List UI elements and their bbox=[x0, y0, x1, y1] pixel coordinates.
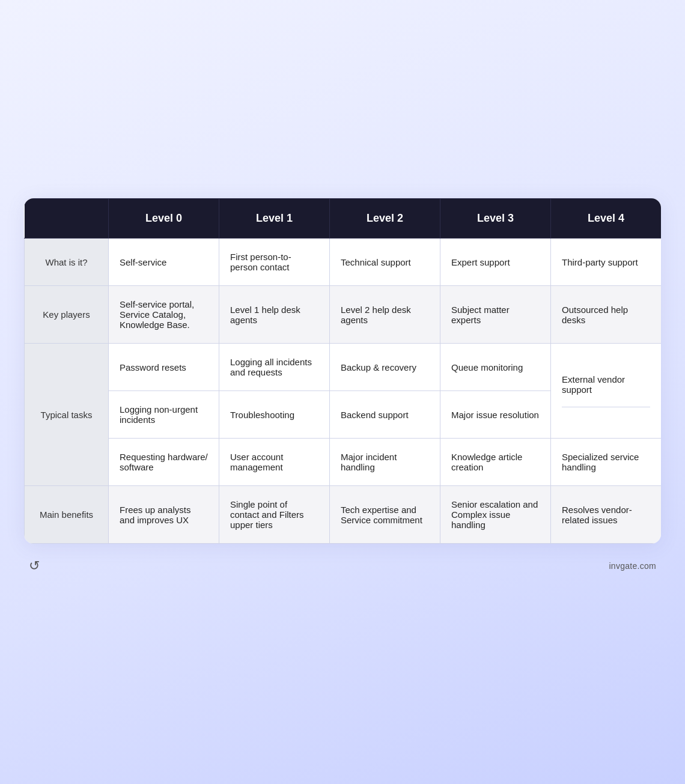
what-is-it-level4: Third-party support bbox=[551, 239, 662, 286]
what-is-it-row: What is it? Self-service First person-to… bbox=[25, 239, 662, 286]
header-level0: Level 0 bbox=[109, 199, 219, 239]
footer: ↺ invgate.com bbox=[24, 558, 661, 574]
key-players-row: Key players Self-service portal, Service… bbox=[25, 286, 662, 344]
what-is-it-level0: Self-service bbox=[109, 239, 219, 286]
main-benefits-level1: Single point of contact and Filters uppe… bbox=[219, 486, 330, 544]
page-wrapper: Level 0 Level 1 Level 2 Level 3 Level 4 … bbox=[0, 0, 685, 784]
header-level1: Level 1 bbox=[219, 199, 330, 239]
what-is-it-label: What is it? bbox=[25, 239, 109, 286]
header-row: Level 0 Level 1 Level 2 Level 3 Level 4 bbox=[25, 199, 662, 239]
typical-task1-level2: Backup & recovery bbox=[330, 344, 440, 391]
typical-task2-level2: Backend support bbox=[330, 391, 440, 439]
key-players-level0: Self-service portal, Service Catalog, Kn… bbox=[109, 286, 219, 344]
header-empty bbox=[25, 199, 109, 239]
typical-task2-level3: Major issue resolution bbox=[440, 391, 551, 439]
key-players-label: Key players bbox=[25, 286, 109, 344]
level4-external-vendor: External vendor support bbox=[562, 374, 650, 407]
footer-url: invgate.com bbox=[609, 561, 656, 571]
table-container: Level 0 Level 1 Level 2 Level 3 Level 4 … bbox=[24, 198, 661, 544]
header-level3: Level 3 bbox=[440, 199, 551, 239]
typical-task1-level0: Password resets bbox=[109, 344, 219, 391]
typical-task1-level3: Queue monitoring bbox=[440, 344, 551, 391]
typical-task-3-row: Requesting hardware/ software User accou… bbox=[25, 439, 662, 486]
typical-task1-level1: Logging all incidents and requests bbox=[219, 344, 330, 391]
main-benefits-level3: Senior escalation and Complex issue hand… bbox=[440, 486, 551, 544]
level4-cell-divided: External vendor support bbox=[562, 374, 650, 407]
key-players-level1: Level 1 help desk agents bbox=[219, 286, 330, 344]
header-level2: Level 2 bbox=[330, 199, 440, 239]
key-players-level4: Outsourced help desks bbox=[551, 286, 662, 344]
main-benefits-level2: Tech expertise and Service commitment bbox=[330, 486, 440, 544]
key-players-level3: Subject matter experts bbox=[440, 286, 551, 344]
main-benefits-label: Main benefits bbox=[25, 486, 109, 544]
what-is-it-level2: Technical support bbox=[330, 239, 440, 286]
typical-task3-level0: Requesting hardware/ software bbox=[109, 439, 219, 486]
typical-task3-level2: Major incident handling bbox=[330, 439, 440, 486]
main-benefits-row: Main benefits Frees up analysts and impr… bbox=[25, 486, 662, 544]
main-benefits-level0: Frees up analysts and improves UX bbox=[109, 486, 219, 544]
typical-tasks-level4-top-merged: External vendor support bbox=[551, 344, 662, 439]
typical-tasks-level4-bottom: Specialized service handling bbox=[551, 439, 662, 486]
typical-task2-level1: Troubleshooting bbox=[219, 391, 330, 439]
typical-task-1-row: Typical tasks Password resets Logging al… bbox=[25, 344, 662, 391]
footer-logo: ↺ bbox=[29, 558, 40, 574]
typical-task3-level1: User account management bbox=[219, 439, 330, 486]
what-is-it-level1: First person-to-person contact bbox=[219, 239, 330, 286]
main-table: Level 0 Level 1 Level 2 Level 3 Level 4 … bbox=[24, 198, 661, 544]
typical-task2-level0: Logging non-urgent incidents bbox=[109, 391, 219, 439]
main-benefits-level4: Resolves vendor-related issues bbox=[551, 486, 662, 544]
what-is-it-level3: Expert support bbox=[440, 239, 551, 286]
typical-tasks-label: Typical tasks bbox=[25, 344, 109, 486]
typical-task3-level3: Knowledge article creation bbox=[440, 439, 551, 486]
header-level4: Level 4 bbox=[551, 199, 662, 239]
key-players-level2: Level 2 help desk agents bbox=[330, 286, 440, 344]
